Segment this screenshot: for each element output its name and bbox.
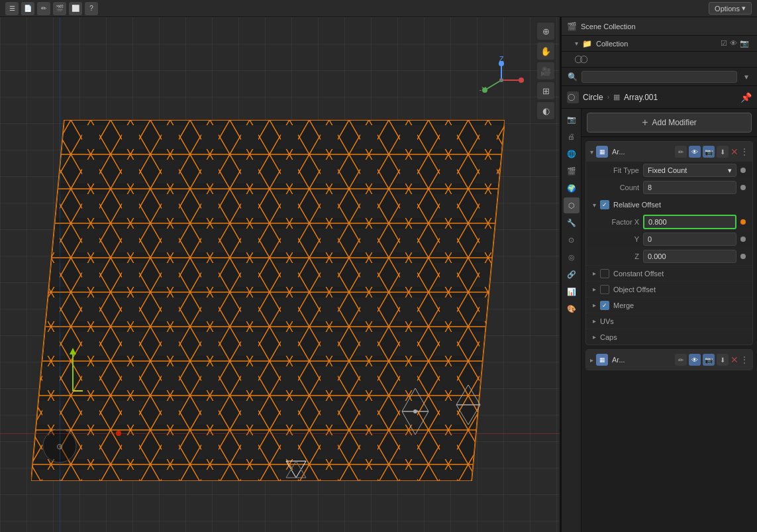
- add-plus-icon: +: [642, 117, 648, 129]
- side-tab-object[interactable]: ⬡: [564, 197, 580, 213]
- zoom-extents-button[interactable]: ⊕: [537, 23, 554, 40]
- scene-collection-title: Scene Collection: [581, 23, 636, 30]
- file-icon[interactable]: 📄: [21, 2, 34, 15]
- top-bar: ☰ 📄 ✏ 🎬 ⬜ ? Options ▾: [0, 0, 757, 17]
- collection-row[interactable]: ▾ 📁 Collection ☑ 👁 📷: [562, 36, 757, 52]
- modifier-block-array002: ▸ ▦ Ar... ✏ 👁 📷 ⬇ ✕ ⋮: [585, 349, 753, 370]
- fit-type-chevron: ▾: [728, 166, 732, 175]
- side-tab-view[interactable]: 🌐: [564, 146, 580, 162]
- collection-checkbox[interactable]: ☑: [721, 39, 727, 48]
- modifier-block-array001: ▾ ▦ Ar... ✏ 👁 📷 ⬇ ✕ ⋮: [585, 141, 753, 345]
- scene-icon: 🎬: [567, 22, 577, 31]
- window-icon[interactable]: ⬜: [69, 2, 82, 15]
- svg-marker-38: [70, 348, 76, 354]
- count-dot[interactable]: [740, 185, 746, 190]
- side-tab-data[interactable]: 📊: [564, 284, 580, 299]
- navigation-gizmo[interactable]: ⊙: [40, 426, 79, 466]
- factor-z-field[interactable]: 0.000: [643, 250, 736, 263]
- side-tab-constraints[interactable]: 🔗: [564, 266, 580, 282]
- side-tab-world[interactable]: 🌍: [564, 180, 580, 196]
- modifier2-delete-btn[interactable]: ✕: [731, 354, 738, 365]
- options-label: Options: [715, 5, 740, 13]
- right-panel: 🎬 Scene Collection ▾ 📁 Collection ☑ 👁 📷 …: [561, 17, 757, 532]
- factor-y-dot[interactable]: [740, 237, 746, 242]
- modifier-apply-btn[interactable]: ⬇: [717, 146, 729, 158]
- grid-button[interactable]: ⊞: [537, 82, 554, 99]
- collection-expand-arrow[interactable]: ▾: [575, 40, 578, 47]
- collection-visibility[interactable]: 👁: [730, 39, 737, 48]
- caps-section[interactable]: ▸ Caps: [586, 329, 752, 345]
- shading-button[interactable]: ◐: [537, 102, 554, 119]
- panel-separator[interactable]: [560, 17, 561, 532]
- modifier2-expand-arrow[interactable]: ▸: [590, 356, 593, 364]
- side-tab-modifier[interactable]: 🔧: [564, 215, 580, 231]
- menu-icon[interactable]: ☰: [5, 2, 19, 15]
- count-field[interactable]: 8: [643, 181, 736, 194]
- object-offset-label: Object Offset: [613, 286, 656, 293]
- side-tab-particles[interactable]: ⊙: [564, 232, 580, 248]
- pin-icon[interactable]: 📌: [740, 92, 752, 103]
- help-icon[interactable]: ?: [85, 2, 98, 15]
- panel-search-icon[interactable]: 🔍: [566, 70, 579, 83]
- search-input[interactable]: [581, 71, 737, 83]
- merge-label: Merge: [613, 301, 634, 309]
- modifier-render-btn[interactable]: 📷: [703, 146, 715, 158]
- add-modifier-button[interactable]: + Add Modifier: [587, 113, 752, 133]
- viewport-area[interactable]: /* We'll draw this via the actual SVG el…: [0, 17, 561, 532]
- camera-button[interactable]: 🎥: [537, 62, 554, 80]
- relative-offset-section[interactable]: ▾ ✓ Relative Offset: [586, 196, 752, 213]
- options-button[interactable]: Options ▾: [709, 2, 752, 15]
- side-tab-physics[interactable]: ◎: [564, 249, 580, 265]
- properties-content[interactable]: + Add Modifier ▾ ▦ Ar... ✏ 👁: [581, 109, 757, 532]
- modifier-options-btn[interactable]: ⋮: [740, 147, 748, 156]
- constant-offset-section[interactable]: ▸ Constant Offset: [586, 265, 752, 281]
- side-tab-output[interactable]: 🖨: [564, 129, 580, 144]
- svg-line-27: [485, 80, 501, 90]
- side-tab-material[interactable]: 🎨: [564, 301, 580, 317]
- fit-type-dot[interactable]: [740, 168, 746, 173]
- factor-y-field[interactable]: 0: [643, 233, 736, 246]
- side-tab-scene[interactable]: 🎬: [564, 163, 580, 179]
- constant-offset-arrow[interactable]: ▸: [593, 270, 596, 277]
- pattern-container: /* We'll draw this via the actual SVG el…: [31, 120, 505, 481]
- relative-offset-label: Relative Offset: [613, 201, 661, 209]
- modifier-delete-btn[interactable]: ✕: [731, 146, 738, 157]
- relative-offset-arrow[interactable]: ▾: [593, 201, 596, 209]
- object-offset-section[interactable]: ▸ Object Offset: [586, 281, 752, 297]
- merge-section[interactable]: ▸ ✓ Merge: [586, 297, 752, 313]
- factor-z-row: Z 0.000: [586, 248, 752, 265]
- fit-type-value: Fixed Count: [648, 166, 687, 174]
- collection-name: Collection: [596, 40, 628, 48]
- modifier2-controls: ✏ 👁 📷 ⬇ ✕ ⋮: [675, 354, 748, 366]
- object-offset-arrow[interactable]: ▸: [593, 286, 596, 293]
- factor-z-dot[interactable]: [740, 254, 746, 259]
- merge-checkbox[interactable]: ✓: [600, 301, 609, 310]
- object-offset-checkbox[interactable]: [600, 285, 609, 294]
- render-icon[interactable]: 🎬: [53, 2, 66, 15]
- uvs-arrow[interactable]: ▸: [593, 317, 596, 325]
- edit-icon[interactable]: ✏: [37, 2, 50, 15]
- constant-offset-checkbox[interactable]: [600, 269, 609, 278]
- svg-text:⊙: ⊙: [56, 442, 63, 451]
- uvs-section[interactable]: ▸ UVs: [586, 313, 752, 329]
- caps-arrow[interactable]: ▸: [593, 333, 596, 341]
- factor-x-dot[interactable]: [740, 219, 746, 225]
- modifier-edit-mode-btn[interactable]: ✏: [675, 146, 687, 158]
- collection-camera[interactable]: 📷: [740, 39, 749, 48]
- modifier2-render-btn[interactable]: 📷: [703, 354, 715, 366]
- merge-arrow[interactable]: ▸: [593, 301, 596, 309]
- factor-z-label: Z: [593, 252, 639, 260]
- modifier2-apply-btn[interactable]: ⬇: [717, 354, 729, 366]
- relative-offset-checkbox[interactable]: ✓: [600, 200, 609, 209]
- modifier2-realtime-btn[interactable]: 👁: [689, 354, 701, 366]
- fit-type-dropdown[interactable]: Fixed Count ▾: [643, 164, 736, 177]
- side-tab-render[interactable]: 📷: [564, 111, 580, 127]
- panel-filter-icon[interactable]: ▾: [740, 70, 753, 83]
- modifier-expand-arrow[interactable]: ▾: [590, 148, 593, 156]
- fit-type-label: Fit Type: [593, 166, 639, 174]
- factor-x-field[interactable]: 0.800: [643, 215, 736, 229]
- modifier2-options-btn[interactable]: ⋮: [740, 355, 748, 364]
- modifier-realtime-btn[interactable]: 👁: [689, 146, 701, 158]
- move-button[interactable]: ✋: [537, 42, 554, 60]
- modifier2-edit-btn[interactable]: ✏: [675, 354, 687, 366]
